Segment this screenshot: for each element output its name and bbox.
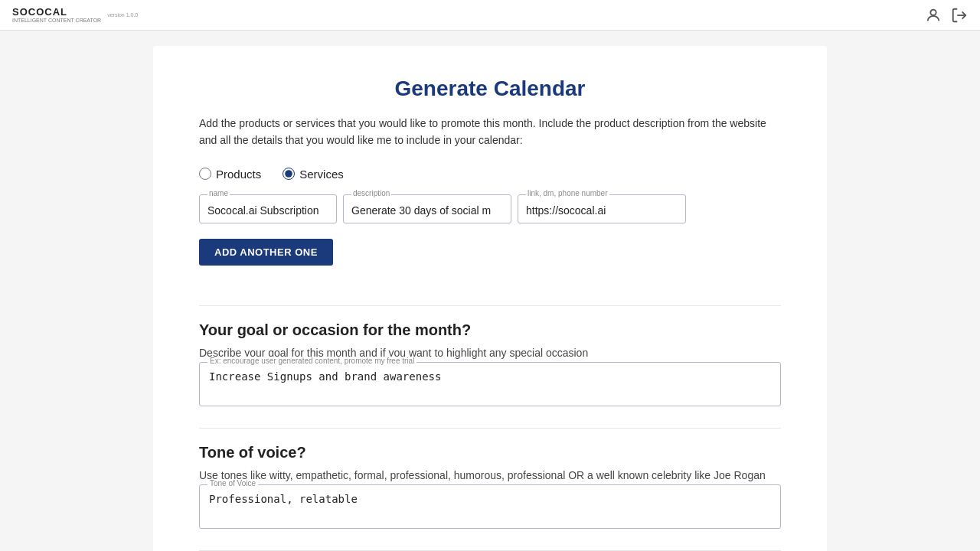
divider-2 bbox=[199, 428, 781, 429]
products-radio[interactable] bbox=[199, 168, 211, 180]
description-float-label: description bbox=[351, 189, 391, 197]
services-label: Services bbox=[299, 168, 344, 181]
link-input[interactable] bbox=[518, 195, 685, 223]
products-radio-label[interactable]: Products bbox=[199, 168, 261, 181]
description-field-wrapper: description bbox=[343, 194, 511, 223]
goal-textarea[interactable]: Increase Signups and brand awareness bbox=[200, 363, 780, 403]
navbar-icons bbox=[925, 7, 968, 24]
page-description: Add the products or services that you wo… bbox=[199, 115, 781, 149]
products-label: Products bbox=[216, 168, 261, 181]
description-input[interactable] bbox=[344, 195, 511, 223]
tone-float-label: Tone of Voice bbox=[207, 479, 258, 487]
link-float-label: link, dm, phone number bbox=[526, 189, 609, 197]
tone-textarea-wrapper: Tone of Voice Professional, relatable bbox=[199, 484, 781, 529]
service-fields-row: name description link, dm, phone number bbox=[199, 194, 781, 223]
radio-group: Products Services bbox=[199, 168, 781, 181]
divider-1 bbox=[199, 305, 781, 306]
logout-icon[interactable] bbox=[951, 7, 968, 24]
logo-version: version 1.0.0 bbox=[107, 12, 138, 18]
page-title: Generate Calendar bbox=[199, 77, 781, 101]
logo-text: SOCOCAL bbox=[12, 6, 101, 18]
logo: SOCOCAL INTELLIGENT CONTENT CREATOR vers… bbox=[12, 6, 138, 24]
name-float-label: name bbox=[207, 189, 230, 197]
goal-float-label: Ex: encourage user generated content, pr… bbox=[207, 357, 416, 365]
tone-textarea[interactable]: Professional, relatable bbox=[200, 485, 780, 525]
add-another-button[interactable]: ADD ANOTHER ONE bbox=[199, 239, 333, 266]
profile-icon[interactable] bbox=[925, 7, 942, 24]
name-field-wrapper: name bbox=[199, 194, 337, 223]
tone-heading: Tone of voice? bbox=[199, 444, 781, 461]
content-card: Generate Calendar Add the products or se… bbox=[153, 46, 827, 551]
tone-desc: Use tones like witty, empathetic, formal… bbox=[199, 469, 781, 481]
navbar: SOCOCAL INTELLIGENT CONTENT CREATOR vers… bbox=[0, 0, 980, 31]
services-radio-label[interactable]: Services bbox=[283, 168, 344, 181]
svg-point-0 bbox=[930, 9, 936, 15]
services-radio[interactable] bbox=[283, 168, 295, 180]
main-wrapper: Generate Calendar Add the products or se… bbox=[0, 31, 980, 551]
link-field-wrapper: link, dm, phone number bbox=[518, 194, 686, 223]
goal-textarea-wrapper: Ex: encourage user generated content, pr… bbox=[199, 362, 781, 406]
logo-subtitle: INTELLIGENT CONTENT CREATOR bbox=[12, 18, 101, 24]
goal-heading: Your goal or occasion for the month? bbox=[199, 321, 781, 339]
name-input[interactable] bbox=[200, 195, 336, 223]
